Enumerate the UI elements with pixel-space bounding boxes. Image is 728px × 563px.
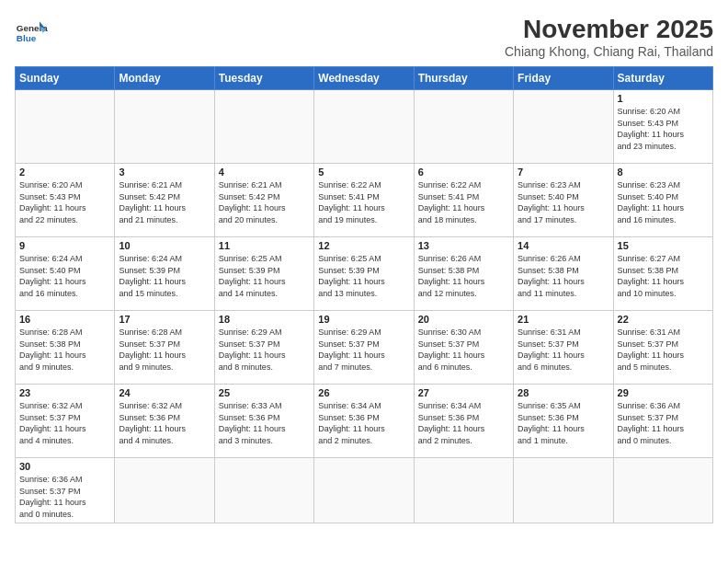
calendar-week-row: 1Sunrise: 6:20 AM Sunset: 5:43 PM Daylig… [16, 90, 713, 164]
calendar-cell: 6Sunrise: 6:22 AM Sunset: 5:41 PM Daylig… [414, 164, 513, 237]
calendar-cell [314, 458, 414, 523]
calendar-cell: 30Sunrise: 6:36 AM Sunset: 5:37 PM Dayli… [16, 458, 115, 523]
calendar-cell: 11Sunrise: 6:25 AM Sunset: 5:39 PM Dayli… [214, 237, 313, 311]
calendar-cell: 3Sunrise: 6:21 AM Sunset: 5:42 PM Daylig… [115, 164, 214, 237]
calendar-cell: 25Sunrise: 6:33 AM Sunset: 5:36 PM Dayli… [214, 385, 313, 458]
day-number: 11 [219, 240, 310, 251]
cell-info: Sunrise: 6:23 AM Sunset: 5:40 PM Dayligh… [618, 179, 709, 225]
day-number: 5 [318, 167, 409, 178]
calendar-cell: 22Sunrise: 6:31 AM Sunset: 5:37 PM Dayli… [613, 311, 712, 385]
cell-info: Sunrise: 6:22 AM Sunset: 5:41 PM Dayligh… [418, 179, 509, 225]
calendar-cell: 9Sunrise: 6:24 AM Sunset: 5:40 PM Daylig… [16, 237, 115, 311]
day-number: 7 [518, 167, 609, 178]
calendar-cell: 12Sunrise: 6:25 AM Sunset: 5:39 PM Dayli… [314, 237, 414, 311]
cell-info: Sunrise: 6:36 AM Sunset: 5:37 PM Dayligh… [19, 474, 110, 520]
cell-info: Sunrise: 6:21 AM Sunset: 5:42 PM Dayligh… [219, 179, 310, 225]
calendar-table: SundayMondayTuesdayWednesdayThursdayFrid… [15, 66, 713, 523]
cell-info: Sunrise: 6:24 AM Sunset: 5:39 PM Dayligh… [119, 253, 210, 299]
calendar-cell: 5Sunrise: 6:22 AM Sunset: 5:41 PM Daylig… [314, 164, 414, 237]
cell-info: Sunrise: 6:32 AM Sunset: 5:37 PM Dayligh… [19, 400, 110, 446]
calendar-header-row: SundayMondayTuesdayWednesdayThursdayFrid… [16, 67, 713, 90]
day-number: 25 [219, 387, 310, 398]
cell-info: Sunrise: 6:33 AM Sunset: 5:36 PM Dayligh… [219, 400, 310, 446]
calendar-cell: 13Sunrise: 6:26 AM Sunset: 5:38 PM Dayli… [414, 237, 513, 311]
weekday-header: Saturday [613, 67, 712, 90]
cell-info: Sunrise: 6:27 AM Sunset: 5:38 PM Dayligh… [618, 253, 709, 299]
calendar-cell [514, 90, 613, 164]
cell-info: Sunrise: 6:26 AM Sunset: 5:38 PM Dayligh… [518, 253, 609, 299]
calendar-cell: 7Sunrise: 6:23 AM Sunset: 5:40 PM Daylig… [514, 164, 613, 237]
cell-info: Sunrise: 6:28 AM Sunset: 5:37 PM Dayligh… [119, 327, 210, 373]
cell-info: Sunrise: 6:23 AM Sunset: 5:40 PM Dayligh… [518, 179, 609, 225]
cell-info: Sunrise: 6:22 AM Sunset: 5:41 PM Dayligh… [318, 179, 409, 225]
calendar-cell: 15Sunrise: 6:27 AM Sunset: 5:38 PM Dayli… [613, 237, 712, 311]
cell-info: Sunrise: 6:34 AM Sunset: 5:36 PM Dayligh… [318, 400, 409, 446]
cell-info: Sunrise: 6:21 AM Sunset: 5:42 PM Dayligh… [119, 179, 210, 225]
calendar-cell: 29Sunrise: 6:36 AM Sunset: 5:37 PM Dayli… [613, 385, 712, 458]
day-number: 9 [19, 240, 110, 251]
day-number: 30 [19, 461, 110, 472]
weekday-header: Monday [115, 67, 214, 90]
cell-info: Sunrise: 6:20 AM Sunset: 5:43 PM Dayligh… [19, 179, 110, 225]
day-number: 6 [418, 167, 509, 178]
cell-info: Sunrise: 6:35 AM Sunset: 5:36 PM Dayligh… [518, 400, 609, 446]
cell-info: Sunrise: 6:29 AM Sunset: 5:37 PM Dayligh… [219, 327, 310, 373]
calendar-cell [16, 90, 115, 164]
calendar-cell: 20Sunrise: 6:30 AM Sunset: 5:37 PM Dayli… [414, 311, 513, 385]
day-number: 14 [518, 240, 609, 251]
logo-icon: General Blue [15, 15, 48, 48]
day-number: 1 [618, 93, 709, 104]
calendar-cell [613, 458, 712, 523]
day-number: 15 [618, 240, 709, 251]
day-number: 4 [219, 167, 310, 178]
cell-info: Sunrise: 6:34 AM Sunset: 5:36 PM Dayligh… [418, 400, 509, 446]
calendar-cell: 26Sunrise: 6:34 AM Sunset: 5:36 PM Dayli… [314, 385, 414, 458]
day-number: 29 [618, 387, 709, 398]
day-number: 10 [119, 240, 210, 251]
calendar-week-row: 2Sunrise: 6:20 AM Sunset: 5:43 PM Daylig… [16, 164, 713, 237]
calendar-cell [414, 90, 513, 164]
calendar-cell [414, 458, 513, 523]
day-number: 3 [119, 167, 210, 178]
day-number: 12 [318, 240, 409, 251]
calendar-cell [514, 458, 613, 523]
calendar-week-row: 30Sunrise: 6:36 AM Sunset: 5:37 PM Dayli… [16, 458, 713, 523]
title-block: November 2025 Chiang Khong, Chiang Rai, … [505, 15, 713, 59]
calendar-cell: 4Sunrise: 6:21 AM Sunset: 5:42 PM Daylig… [214, 164, 313, 237]
weekday-header: Friday [514, 67, 613, 90]
calendar-cell: 10Sunrise: 6:24 AM Sunset: 5:39 PM Dayli… [115, 237, 214, 311]
calendar-cell: 24Sunrise: 6:32 AM Sunset: 5:36 PM Dayli… [115, 385, 214, 458]
day-number: 19 [318, 314, 409, 325]
day-number: 26 [318, 387, 409, 398]
weekday-header: Wednesday [314, 67, 414, 90]
cell-info: Sunrise: 6:36 AM Sunset: 5:37 PM Dayligh… [618, 400, 709, 446]
day-number: 24 [119, 387, 210, 398]
cell-info: Sunrise: 6:25 AM Sunset: 5:39 PM Dayligh… [219, 253, 310, 299]
day-number: 28 [518, 387, 609, 398]
calendar-cell: 1Sunrise: 6:20 AM Sunset: 5:43 PM Daylig… [613, 90, 712, 164]
calendar-week-row: 9Sunrise: 6:24 AM Sunset: 5:40 PM Daylig… [16, 237, 713, 311]
cell-info: Sunrise: 6:29 AM Sunset: 5:37 PM Dayligh… [318, 327, 409, 373]
month-title: November 2025 [505, 15, 713, 44]
day-number: 18 [219, 314, 310, 325]
cell-info: Sunrise: 6:26 AM Sunset: 5:38 PM Dayligh… [418, 253, 509, 299]
cell-info: Sunrise: 6:31 AM Sunset: 5:37 PM Dayligh… [618, 327, 709, 373]
weekday-header: Tuesday [214, 67, 313, 90]
cell-info: Sunrise: 6:25 AM Sunset: 5:39 PM Dayligh… [318, 253, 409, 299]
calendar-cell: 21Sunrise: 6:31 AM Sunset: 5:37 PM Dayli… [514, 311, 613, 385]
day-number: 13 [418, 240, 509, 251]
day-number: 22 [618, 314, 709, 325]
calendar-cell [115, 90, 214, 164]
calendar-week-row: 16Sunrise: 6:28 AM Sunset: 5:38 PM Dayli… [16, 311, 713, 385]
calendar-cell: 17Sunrise: 6:28 AM Sunset: 5:37 PM Dayli… [115, 311, 214, 385]
calendar-cell: 28Sunrise: 6:35 AM Sunset: 5:36 PM Dayli… [514, 385, 613, 458]
svg-text:Blue: Blue [17, 33, 37, 43]
calendar-cell [214, 90, 313, 164]
cell-info: Sunrise: 6:31 AM Sunset: 5:37 PM Dayligh… [518, 327, 609, 373]
page-header: General Blue November 2025 Chiang Khong,… [15, 15, 713, 59]
logo: General Blue [15, 15, 48, 48]
calendar-cell: 16Sunrise: 6:28 AM Sunset: 5:38 PM Dayli… [16, 311, 115, 385]
day-number: 20 [418, 314, 509, 325]
cell-info: Sunrise: 6:24 AM Sunset: 5:40 PM Dayligh… [19, 253, 110, 299]
cell-info: Sunrise: 6:28 AM Sunset: 5:38 PM Dayligh… [19, 327, 110, 373]
